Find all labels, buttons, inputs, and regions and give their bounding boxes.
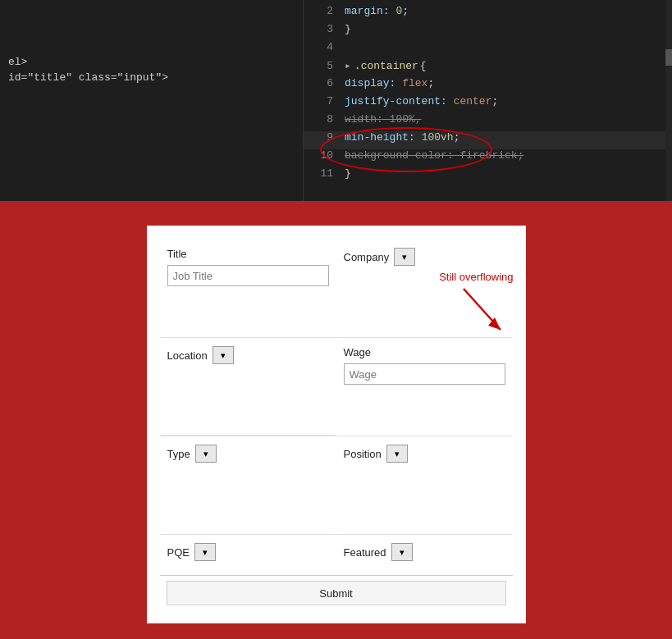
wage-label: Wage bbox=[344, 346, 371, 358]
scrollbar[interactable] bbox=[665, 0, 672, 201]
code-line-4: 4 bbox=[304, 41, 672, 59]
line-number: 8 bbox=[310, 113, 333, 126]
left-snippet-1: el> bbox=[8, 56, 303, 68]
code-editor: el> id="title" class="input"> 2 margin: … bbox=[0, 0, 672, 201]
left-snippet-2: id="title" class="input"> bbox=[8, 71, 303, 84]
overflow-text: Still overflowing bbox=[439, 271, 513, 283]
line-number: 3 bbox=[310, 23, 333, 35]
pqe-select-button[interactable]: ▾ bbox=[194, 543, 216, 561]
overflow-arrow-icon bbox=[439, 285, 513, 338]
code-line-3: 3 } bbox=[304, 23, 672, 41]
company-label: Company bbox=[344, 251, 390, 263]
submit-row: Submit bbox=[160, 575, 513, 610]
location-cell: Location ▾ bbox=[160, 337, 336, 436]
title-label: Title bbox=[167, 248, 187, 260]
scrollbar-thumb bbox=[665, 49, 672, 66]
line-number: 6 bbox=[310, 77, 333, 89]
line-number: 11 bbox=[310, 167, 333, 180]
featured-cell: Featured ▾ bbox=[336, 534, 513, 575]
preview-section: Still overflowing Title Company ▾ bbox=[0, 201, 672, 639]
code-line-7: 7 justify-content: center; bbox=[304, 95, 672, 113]
position-select-button[interactable]: ▾ bbox=[386, 445, 408, 463]
submit-button[interactable]: Submit bbox=[167, 581, 506, 605]
code-line-8: 8 width: 100%, bbox=[304, 113, 672, 131]
left-panel: el> id="title" class="input"> bbox=[0, 0, 304, 201]
line-number: 9 bbox=[310, 131, 333, 144]
type-label: Type bbox=[167, 448, 190, 460]
location-select-button[interactable]: ▾ bbox=[213, 346, 234, 364]
line-number: 4 bbox=[310, 41, 333, 53]
featured-select-button[interactable]: ▾ bbox=[391, 543, 413, 561]
code-line-10: 10 background-color: firebrick; bbox=[304, 149, 672, 167]
type-select-button[interactable]: ▾ bbox=[195, 445, 217, 463]
pqe-label: PQE bbox=[167, 546, 190, 559]
right-panel: 2 margin: 0; 3 } 4 5 ▸ .container { 6 di… bbox=[304, 0, 672, 201]
code-line-6: 6 display: flex; bbox=[304, 77, 672, 95]
location-label: Location bbox=[167, 349, 208, 362]
position-cell: Position ▾ bbox=[336, 436, 513, 534]
position-label: Position bbox=[344, 448, 382, 460]
type-cell: Type ▾ bbox=[160, 436, 336, 534]
line-number: 10 bbox=[310, 149, 333, 162]
pqe-cell: PQE ▾ bbox=[160, 534, 336, 575]
code-line-2: 2 margin: 0; bbox=[304, 5, 672, 23]
company-select-button[interactable]: ▾ bbox=[394, 248, 415, 266]
line-number: 7 bbox=[310, 95, 333, 107]
code-line-9: 9 min-height: 100vh; bbox=[304, 131, 672, 149]
code-line-11: 11 } bbox=[304, 167, 672, 185]
title-cell: Title bbox=[160, 239, 336, 337]
form-card: Still overflowing Title Company ▾ bbox=[147, 226, 526, 623]
code-line-5: 5 ▸ .container { bbox=[304, 59, 672, 77]
title-input[interactable] bbox=[167, 265, 329, 286]
line-number: 2 bbox=[310, 5, 333, 17]
line-number: 5 bbox=[310, 60, 333, 72]
featured-label: Featured bbox=[344, 546, 386, 559]
wage-input[interactable] bbox=[344, 363, 505, 385]
wage-cell: Wage bbox=[336, 337, 513, 436]
overflow-annotation: Still overflowing bbox=[439, 271, 513, 338]
